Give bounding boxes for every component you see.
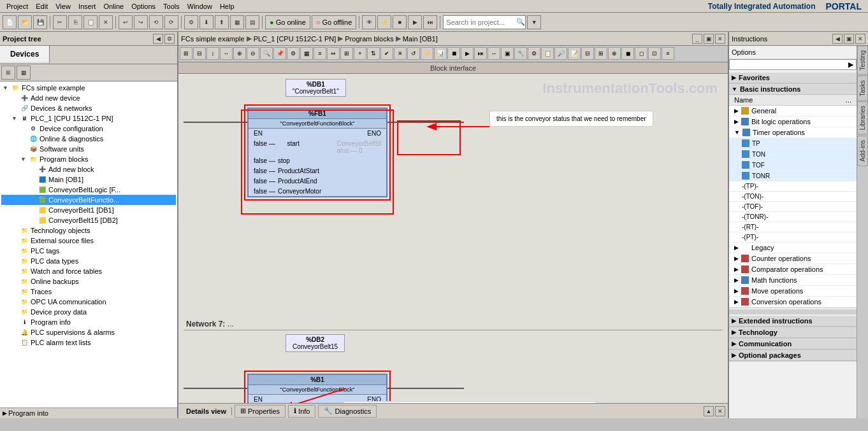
fb1-block[interactable]: %FB1 "ConveyorBeltFunctionBlock" EN ENO … (247, 108, 387, 197)
ct-btn-28[interactable]: 📋 (541, 47, 554, 60)
status-expand-btn[interactable]: ▲ (704, 406, 714, 416)
properties-btn[interactable]: ⊞ Properties (235, 405, 286, 418)
tree-item[interactable]: 📦Software units (1, 144, 176, 154)
item-tp-coil[interactable]: -(TP)- (729, 181, 857, 192)
go-offline-btn[interactable]: ○ Go offline (312, 15, 357, 29)
item-general[interactable]: ▶ General (729, 106, 857, 117)
tree-item[interactable]: ▼📁FCs simple example (1, 83, 176, 93)
ct-btn-12[interactable]: ⇔ (327, 47, 340, 60)
ct-btn-11[interactable]: ≡ (314, 47, 326, 60)
tree-item[interactable]: 📁PLC data types (1, 256, 176, 266)
ct-btn-24[interactable]: ↔ (488, 47, 500, 60)
new-btn[interactable]: 📄 (3, 15, 17, 29)
right-panel-btn2[interactable]: ▣ (844, 34, 854, 44)
menu-options[interactable]: Options (127, 3, 159, 10)
menu-insert[interactable]: Insert (75, 3, 100, 10)
ct-btn-35[interactable]: ◻ (635, 47, 647, 60)
tree-item[interactable]: 📁PLC tags (1, 246, 176, 256)
item-counter-ops[interactable]: ▶ Counter operations (729, 253, 857, 264)
breadcrumb-part0[interactable]: FCs simple example (181, 35, 245, 43)
more1-btn[interactable]: ▦ (230, 15, 244, 29)
ct-btn-2[interactable]: ⊟ (193, 47, 206, 60)
item-legacy[interactable]: ▶ Legacy (729, 243, 857, 253)
item-timer-ops[interactable]: ▼ Timer operations (729, 127, 857, 138)
tree-item[interactable]: 🟨ConveyorBelt15 [DB2] (1, 215, 176, 225)
tree-item[interactable]: 📁Technology objects (1, 225, 176, 236)
breadcrumb-part1[interactable]: PLC_1 [CPU 1512C-1 PN] (254, 35, 336, 43)
breadcrumb-part2[interactable]: Program blocks (345, 35, 393, 43)
copy-btn[interactable]: ⎘ (68, 15, 82, 29)
item-math[interactable]: ▶ Math functions (729, 275, 857, 286)
ct-btn-19[interactable]: ⚡ (421, 47, 433, 60)
item-pt-coil[interactable]: -(PT)- (729, 232, 857, 243)
tasks-tab[interactable]: Tasks (857, 76, 868, 101)
section-extended-header[interactable]: ▶ Extended instructions (729, 316, 857, 327)
tree-item[interactable]: ℹProgram info (1, 317, 176, 327)
ct-btn-14[interactable]: + (354, 47, 366, 60)
ct-btn-7[interactable]: 🔍 (260, 47, 273, 60)
tree-item[interactable]: 🟨ConveyorBelt1 [DB1] (1, 205, 176, 215)
ct-btn-33[interactable]: ⊕ (608, 47, 621, 60)
search-input[interactable] (446, 18, 516, 26)
item-ton-coil[interactable]: -(TON)- (729, 192, 857, 202)
ct-btn-30[interactable]: 📝 (568, 47, 581, 60)
ct-btn-36[interactable]: ⊡ (648, 47, 661, 60)
more2-btn[interactable]: ▤ (245, 15, 259, 29)
ct-btn-31[interactable]: ⊟ (581, 47, 594, 60)
ct-btn-15[interactable]: ⇅ (367, 47, 380, 60)
item-comparator-ops[interactable]: ▶ Comparator operations (729, 264, 857, 275)
diagnostics-btn[interactable]: 🔧 Diagnostics (318, 405, 377, 418)
item-ton[interactable]: TON (729, 149, 857, 160)
panel-options-btn[interactable]: ⚙ (164, 34, 175, 44)
ct-btn-32[interactable]: ⊞ (595, 47, 607, 60)
tree-item[interactable]: 📋PLC alarm text lists (1, 337, 176, 348)
download-btn[interactable]: ⬇ (199, 15, 213, 29)
tree-item[interactable]: 📁Device proxy data (1, 307, 176, 317)
menu-window[interactable]: Window (184, 3, 216, 10)
ct-btn-20[interactable]: 📊 (434, 47, 447, 60)
fb2-block[interactable]: %B1 "ConveyorBeltFunctionBlock" EN ENO f… (247, 374, 387, 403)
right-panel-close[interactable]: ✕ (855, 34, 865, 44)
item-tof[interactable]: TOF (729, 160, 857, 171)
win-restore[interactable]: ▣ (704, 34, 714, 44)
section-basic-header[interactable]: ▼ Basic instructions (729, 84, 857, 95)
tree-item[interactable]: 📁OPC UA communication (1, 297, 176, 307)
instr-search-input[interactable] (732, 61, 848, 69)
win-minimize[interactable]: _ (692, 34, 702, 44)
undo2-btn[interactable]: ⟲ (149, 15, 163, 29)
section-communication-header[interactable]: ▶ Communication (729, 339, 857, 350)
monitor-btn[interactable]: 👁 (362, 15, 376, 29)
menu-online[interactable]: Online (99, 3, 127, 10)
item-rt-coil[interactable]: -(RT)- (729, 222, 857, 232)
tree-item[interactable]: 📁Online backups (1, 276, 176, 286)
tree-expand-btn[interactable]: ▦ (17, 66, 31, 80)
tree-item[interactable]: ➕Add new block (1, 164, 176, 174)
ct-btn-5[interactable]: ⊕ (233, 47, 246, 60)
tree-item[interactable]: ▼📁Program blocks (1, 154, 176, 164)
section-technology-header[interactable]: ▶ Technology (729, 327, 857, 338)
ct-btn-10[interactable]: ▦ (300, 47, 313, 60)
menu-project[interactable]: Project (3, 3, 32, 10)
menu-tools[interactable]: Tools (159, 3, 184, 10)
undo-btn[interactable]: ↩ (119, 15, 133, 29)
ct-btn-26[interactable]: 🔧 (514, 47, 527, 60)
ct-btn-13[interactable]: ⊞ (340, 47, 353, 60)
info-btn[interactable]: ℹ Info (288, 405, 315, 418)
redo-btn[interactable]: ↪ (134, 15, 148, 29)
status-close-btn[interactable]: ✕ (715, 406, 725, 416)
tree-item[interactable]: 📁Traces (1, 286, 176, 297)
tree-item[interactable]: 🟩ConveyorBeltLogic [F... (1, 185, 176, 195)
step-btn[interactable]: ⏭ (423, 15, 437, 29)
item-tonr[interactable]: TONR (729, 171, 857, 181)
libraries-tab[interactable]: Libraries (857, 101, 868, 134)
tree-item[interactable]: 🔗Devices & networks (1, 103, 176, 113)
ct-btn-3[interactable]: ↕ (206, 47, 219, 60)
tree-item[interactable]: 🟩ConveyorBeltFunctio... (1, 195, 176, 205)
force-btn[interactable]: ⚡ (377, 15, 391, 29)
right-search[interactable]: ▶ (729, 59, 857, 70)
tree-item[interactable]: 🌐Online & diagnostics (1, 134, 176, 144)
upload-btn[interactable]: ⬆ (215, 15, 229, 29)
tree-item[interactable]: 🔔PLC supervisions & alarms (1, 327, 176, 337)
tree-item[interactable]: 📁Watch and force tables (1, 266, 176, 276)
menu-view[interactable]: View (52, 3, 75, 10)
